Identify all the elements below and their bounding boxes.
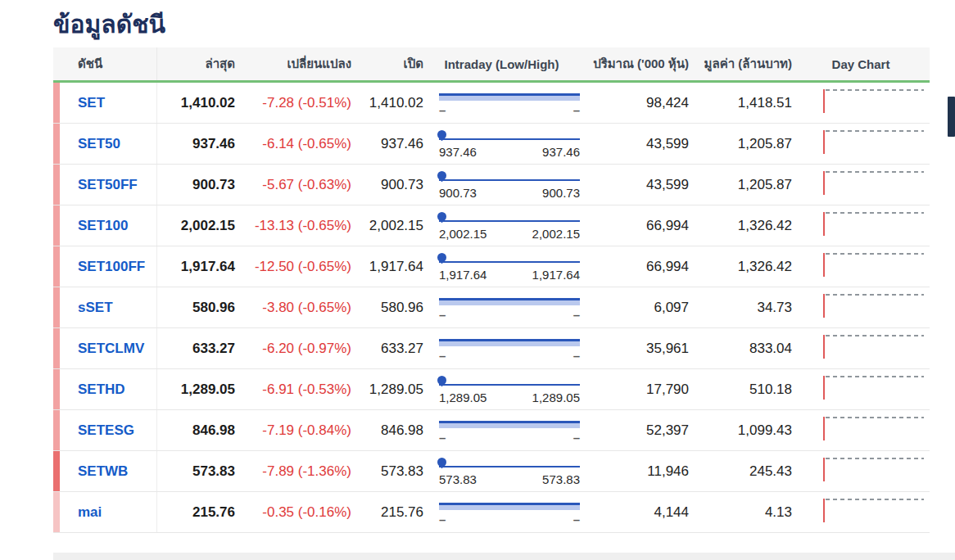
value-value: 1,326.42 bbox=[689, 205, 792, 246]
col-header-open: เปิด bbox=[351, 54, 423, 74]
day-chart-cell[interactable] bbox=[792, 205, 930, 246]
day-chart-cell[interactable] bbox=[792, 410, 930, 450]
sparkline-baseline bbox=[826, 89, 924, 91]
volume-value: 98,424 bbox=[580, 83, 689, 123]
sparkline-price-line bbox=[823, 253, 825, 277]
value-value: 510.18 bbox=[689, 369, 792, 409]
intraday-low: – bbox=[439, 104, 446, 116]
day-chart-sparkline bbox=[823, 374, 926, 405]
sparkline-baseline bbox=[826, 253, 924, 255]
open-value: 580.96 bbox=[351, 287, 423, 327]
open-value: 1,410.02 bbox=[351, 83, 423, 123]
intraday-low: – bbox=[439, 350, 446, 362]
intraday-range-line bbox=[439, 220, 580, 222]
intraday-range: – – bbox=[423, 410, 580, 450]
last-value: 633.27 bbox=[157, 328, 235, 368]
volume-value: 17,790 bbox=[580, 369, 689, 409]
intraday-low: 573.83 bbox=[439, 473, 477, 485]
intraday-low: 1,917.64 bbox=[439, 269, 487, 281]
intraday-low: 1,289.05 bbox=[439, 391, 487, 404]
day-chart-cell[interactable] bbox=[792, 287, 930, 327]
volume-value: 11,946 bbox=[580, 451, 689, 491]
col-header-last: ล่าสุด bbox=[157, 54, 235, 74]
day-chart-sparkline bbox=[823, 497, 926, 528]
day-chart-sparkline bbox=[823, 129, 926, 160]
day-chart-cell[interactable] bbox=[792, 246, 930, 287]
day-chart-cell[interactable] bbox=[792, 492, 930, 532]
index-link[interactable]: SETCLMV bbox=[78, 341, 144, 357]
volume-value: 6,097 bbox=[580, 287, 689, 327]
intraday-range: 900.73 900.73 bbox=[423, 165, 580, 205]
index-link[interactable]: SETHD bbox=[78, 382, 125, 398]
sparkline-price-line bbox=[823, 335, 825, 359]
row-accent-bar bbox=[53, 124, 60, 164]
volume-value: 52,397 bbox=[580, 410, 689, 450]
day-chart-sparkline bbox=[823, 251, 926, 282]
table-row: SETESG 846.98 -7.19 (-0.84%) 846.98 – – … bbox=[53, 410, 930, 451]
intraday-range: – – bbox=[423, 287, 580, 327]
sparkline-price-line bbox=[823, 294, 825, 318]
row-accent-bar bbox=[53, 451, 60, 491]
intraday-high: – bbox=[573, 513, 580, 526]
value-value: 1,326.42 bbox=[689, 246, 792, 287]
sparkline-price-line bbox=[823, 376, 825, 400]
intraday-high: 900.73 bbox=[542, 187, 580, 199]
intraday-low: 937.46 bbox=[439, 146, 477, 158]
intraday-range-bar bbox=[439, 421, 580, 428]
intraday-low: – bbox=[439, 513, 446, 526]
intraday-high: 573.83 bbox=[542, 473, 580, 485]
last-value: 1,410.02 bbox=[157, 83, 235, 123]
intraday-range-line bbox=[439, 466, 580, 467]
intraday-high: – bbox=[573, 104, 580, 116]
last-value: 1,917.64 bbox=[157, 246, 235, 287]
day-chart-sparkline bbox=[823, 292, 926, 323]
intraday-high: 937.46 bbox=[542, 146, 580, 158]
intraday-high: – bbox=[573, 309, 580, 321]
sparkline-baseline bbox=[826, 499, 924, 500]
volume-value: 66,994 bbox=[580, 205, 689, 246]
row-accent-bar bbox=[53, 246, 60, 287]
day-chart-cell[interactable] bbox=[792, 124, 930, 164]
intraday-high: 1,917.64 bbox=[532, 269, 580, 281]
day-chart-sparkline bbox=[823, 415, 926, 446]
index-link[interactable]: SETWB bbox=[78, 463, 128, 480]
index-link[interactable]: SET bbox=[78, 95, 105, 111]
sparkline-price-line bbox=[823, 499, 825, 522]
index-link[interactable]: SET50 bbox=[78, 136, 120, 152]
col-header-day-chart: Day Chart bbox=[792, 57, 930, 71]
day-chart-cell[interactable] bbox=[792, 328, 930, 368]
intraday-range-line bbox=[439, 261, 580, 263]
vertical-scrollbar-thumb[interactable] bbox=[948, 97, 955, 137]
day-chart-cell[interactable] bbox=[792, 451, 930, 491]
last-value: 573.83 bbox=[157, 451, 235, 491]
volume-value: 4,144 bbox=[580, 492, 689, 532]
last-value: 900.73 bbox=[157, 165, 235, 205]
col-header-volume: ปริมาณ ('000 หุ้น) bbox=[580, 54, 689, 74]
value-value: 833.04 bbox=[689, 328, 792, 368]
index-link[interactable]: SET50FF bbox=[78, 177, 138, 193]
index-link[interactable]: mai bbox=[78, 504, 102, 521]
sparkline-price-line bbox=[823, 417, 825, 440]
intraday-range: 937.46 937.46 bbox=[423, 124, 580, 164]
table-row: SETWB 573.83 -7.89 (-1.36%) 573.83 573.8… bbox=[53, 451, 930, 492]
day-chart-cell[interactable] bbox=[792, 83, 930, 123]
sparkline-price-line bbox=[823, 130, 825, 154]
col-header-index: ดัชนี bbox=[53, 47, 157, 80]
day-chart-sparkline bbox=[823, 333, 926, 364]
index-link[interactable]: sSET bbox=[78, 300, 113, 316]
index-link[interactable]: SET100FF bbox=[78, 259, 145, 275]
sparkline-price-line bbox=[823, 458, 825, 481]
table-row: SET100FF 1,917.64 -12.50 (-0.65%) 1,917.… bbox=[53, 246, 930, 287]
table-row: SETCLMV 633.27 -6.20 (-0.97%) 633.27 – –… bbox=[53, 328, 930, 369]
intraday-range-bar bbox=[439, 503, 580, 510]
table-header: ดัชนี ล่าสุด เปลี่ยนแปลง เปิด Intraday (… bbox=[53, 47, 930, 83]
change-value: -7.28 (-0.51%) bbox=[235, 83, 351, 123]
day-chart-cell[interactable] bbox=[792, 165, 930, 205]
volume-value: 66,994 bbox=[580, 246, 689, 287]
index-link[interactable]: SET100 bbox=[78, 218, 128, 234]
day-chart-cell[interactable] bbox=[792, 369, 930, 409]
open-value: 1,917.64 bbox=[351, 246, 423, 287]
index-link[interactable]: SETESG bbox=[78, 422, 134, 439]
change-value: -5.67 (-0.63%) bbox=[235, 165, 351, 205]
bottom-strip bbox=[53, 553, 955, 560]
